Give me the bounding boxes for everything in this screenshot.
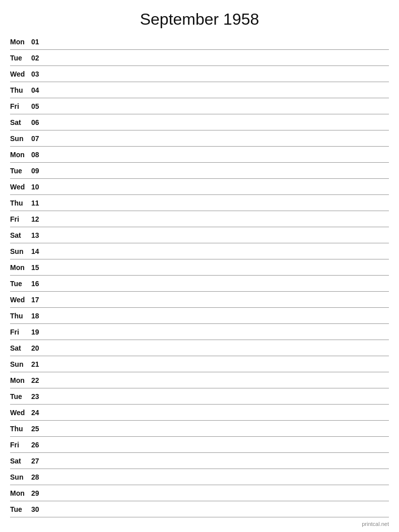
day-number: 14 [31,247,46,255]
page-title: September 1958 [0,0,399,34]
day-number: 28 [31,473,46,481]
day-number: 06 [31,118,46,126]
calendar-row: Fri12 [10,211,389,227]
day-line [46,41,389,42]
day-line [46,106,389,106]
day-number: 02 [31,54,46,62]
day-name: Fri [10,328,31,336]
calendar-row: Mon22 [10,372,389,388]
day-name: Tue [10,167,31,175]
day-number: 30 [31,505,46,513]
day-name: Thu [10,86,31,94]
calendar-row: Wed24 [10,405,389,421]
calendar-row: Thu18 [10,308,389,324]
day-line [46,460,389,461]
day-name: Mon [10,38,31,46]
day-number: 15 [31,263,46,272]
calendar-container: Mon01Tue02Wed03Thu04Fri05Sat06Sun07Mon08… [0,34,399,517]
calendar-row: Tue02 [10,50,389,66]
day-line [46,138,389,139]
day-number: 10 [31,183,46,191]
calendar-row: Fri26 [10,437,389,453]
calendar-row: Sun14 [10,243,389,259]
day-line [46,74,389,74]
day-name: Sat [10,344,31,352]
calendar-row: Fri05 [10,98,389,114]
calendar-row: Sat27 [10,453,389,469]
calendar-row: Sat06 [10,114,389,130]
day-line [46,348,389,348]
day-number: 11 [31,199,46,207]
day-name: Thu [10,425,31,433]
day-number: 19 [31,328,46,336]
day-number: 09 [31,167,46,175]
day-line [46,428,389,429]
calendar-row: Mon15 [10,259,389,276]
calendar-row: Wed03 [10,66,389,82]
day-name: Wed [10,70,31,78]
calendar-row: Sun07 [10,130,389,147]
day-line [46,267,389,268]
day-name: Fri [10,102,31,110]
calendar-row: Sun28 [10,469,389,485]
calendar-row: Tue30 [10,501,389,517]
day-name: Sun [10,135,31,143]
day-line [46,509,389,509]
day-name: Thu [10,312,31,320]
day-line [46,235,389,235]
day-line [46,203,389,203]
day-number: 03 [31,70,46,78]
day-name: Tue [10,54,31,62]
day-name: Mon [10,489,31,497]
day-number: 27 [31,457,46,465]
day-name: Sun [10,473,31,481]
calendar-row: Sun21 [10,356,389,372]
calendar-row: Wed10 [10,179,389,195]
day-name: Fri [10,441,31,449]
day-line [46,380,389,380]
day-number: 26 [31,441,46,449]
day-number: 21 [31,360,46,368]
day-name: Fri [10,215,31,223]
calendar-row: Mon08 [10,147,389,163]
day-number: 18 [31,312,46,320]
day-number: 16 [31,280,46,288]
day-name: Sat [10,118,31,126]
calendar-row: Thu04 [10,82,389,98]
day-name: Sun [10,360,31,368]
calendar-row: Thu25 [10,421,389,437]
day-name: Tue [10,505,31,513]
day-name: Sat [10,457,31,465]
day-name: Mon [10,376,31,384]
day-name: Wed [10,296,31,304]
day-line [46,154,389,155]
day-line [46,283,389,284]
day-line [46,315,389,316]
calendar-row: Tue09 [10,163,389,179]
day-line [46,90,389,90]
day-line [46,251,389,251]
day-number: 29 [31,489,46,497]
calendar-row: Sat20 [10,340,389,356]
day-name: Wed [10,183,31,191]
day-name: Wed [10,409,31,417]
day-name: Mon [10,263,31,272]
footer-text: printcal.net [362,521,389,527]
day-name: Thu [10,199,31,207]
day-number: 24 [31,409,46,417]
day-name: Tue [10,392,31,401]
day-number: 08 [31,151,46,159]
day-number: 13 [31,231,46,239]
day-line [46,412,389,413]
day-number: 20 [31,344,46,352]
day-line [46,57,389,58]
calendar-row: Fri19 [10,324,389,340]
day-line [46,219,389,219]
day-number: 04 [31,86,46,94]
day-line [46,493,389,493]
calendar-row: Mon29 [10,485,389,501]
day-line [46,396,389,396]
day-name: Tue [10,280,31,288]
day-line [46,186,389,187]
day-line [46,444,389,445]
